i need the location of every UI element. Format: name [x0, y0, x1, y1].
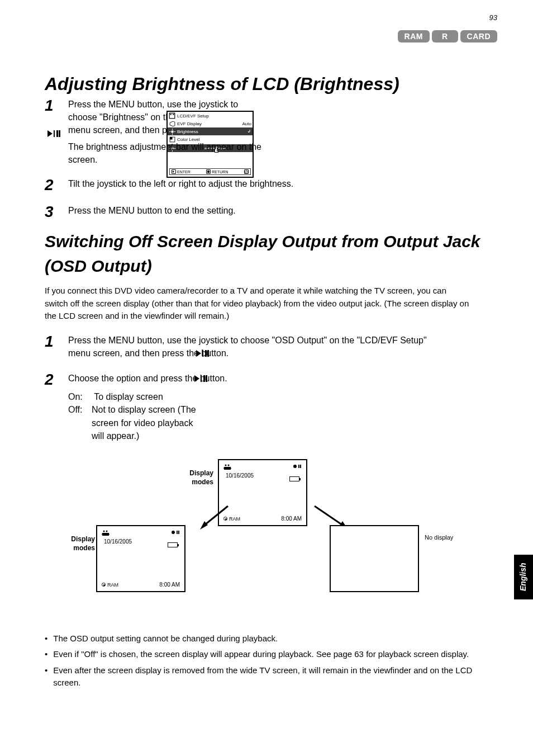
step-body: Tilt the joystick to the left or right t… [68, 177, 502, 193]
osd-diagram: 10/16/2005 RAM 8:00 AM Display modes [45, 459, 502, 610]
step-subtext: The brightness adjustment bar will appea… [68, 140, 291, 166]
svg-marker-19 [47, 130, 53, 137]
svg-rect-49 [177, 531, 178, 534]
svg-rect-21 [59, 130, 60, 137]
badge-card: CARD [460, 30, 497, 42]
svg-rect-25 [205, 350, 207, 357]
option-label: Off: [68, 403, 92, 416]
display-box-off-still-shown: 10/16/2005 RAM 8:00 AM [96, 525, 185, 592]
display-modes-label: Display modes [178, 469, 213, 486]
step-text: Press the MENU button, use the joystick … [68, 100, 238, 109]
section-title: Switching Off Screen Display Output from… [45, 229, 502, 278]
svg-marker-23 [196, 350, 201, 357]
svg-point-48 [172, 531, 175, 534]
intro-paragraph: If you connect this DVD video camera/rec… [45, 285, 469, 323]
svg-marker-15 [173, 171, 174, 173]
svg-point-43 [103, 530, 105, 532]
svg-line-41 [315, 506, 342, 525]
svg-rect-28 [201, 375, 202, 382]
menu-item-value: Auto [242, 121, 253, 126]
arrow-left-icon [194, 503, 234, 525]
step-body: Press the MENU button, use the joystick … [68, 334, 502, 361]
option-text: Not to display screen (The screen for vi… [92, 403, 203, 442]
svg-rect-29 [203, 375, 205, 382]
ram-label: RAM [107, 582, 118, 588]
disc-icon [102, 583, 106, 587]
step-number: 1 [45, 334, 60, 361]
menu-item-label: Brightness [177, 129, 244, 134]
menu-icon [169, 112, 175, 119]
ram-indicator: RAM [102, 582, 118, 588]
footer-return: RETURN [212, 170, 228, 174]
evf-icon [169, 120, 175, 127]
media-badges: RAM R CARD [398, 30, 497, 42]
battery-icon [289, 474, 299, 484]
bullet-icon: • [45, 632, 47, 645]
step-text: Press the MENU button, use the joystick … [68, 336, 427, 345]
play-pause-icon [47, 128, 61, 141]
menu-footer: ENTER RETURN [169, 168, 251, 175]
step-text: Press the MENU button to end the setting… [68, 206, 236, 215]
svg-rect-20 [54, 130, 55, 137]
svg-rect-33 [224, 467, 231, 470]
date-label: 10/16/2005 [104, 538, 132, 545]
bullet-icon: • [45, 648, 47, 661]
menu-header-text: LCD/EVF Setup [177, 114, 253, 119]
note-text: The OSD output setting cannot be changed… [53, 632, 502, 645]
page-title: Adjusting Brightness of LCD (Brightness) [45, 74, 502, 94]
menu-row: EVF Display Auto [168, 120, 253, 127]
svg-rect-16 [207, 171, 210, 173]
svg-marker-35 [231, 467, 231, 469]
badge-r: R [432, 30, 458, 42]
display-box-blank [330, 525, 419, 592]
svg-line-39 [204, 506, 228, 525]
step-2: 2 Tilt the joystick to the left or right… [45, 177, 502, 193]
step-text: Tilt the joystick to the left or right t… [68, 179, 293, 188]
menu-row: LCD/EVF Setup [168, 112, 253, 120]
option-on: On: To display screen [68, 390, 502, 403]
svg-point-2 [173, 114, 174, 115]
osd-step-2: 2 Choose the option and press the button… [45, 372, 502, 442]
list-item: • Even if "Off" is chosen, the screen di… [45, 648, 502, 661]
option-off: Off:Not to display screen (The screen fo… [68, 403, 208, 442]
footer-enter: ENTER [177, 170, 191, 174]
svg-rect-38 [300, 465, 301, 468]
step-3: 3 Press the MENU button to end the setti… [45, 204, 502, 323]
svg-rect-26 [207, 350, 209, 357]
badge-ram: RAM [398, 30, 430, 42]
svg-point-3 [171, 130, 173, 133]
svg-rect-37 [298, 465, 299, 468]
option-label: On: [68, 390, 92, 403]
camera-icon [102, 530, 115, 537]
rec-pause-icon [171, 530, 180, 537]
option-text: To display screen [94, 392, 163, 401]
svg-rect-9 [170, 137, 172, 139]
osd-step-1: 1 Press the MENU button, use the joystic… [45, 334, 502, 361]
svg-marker-46 [102, 533, 102, 535]
svg-marker-47 [109, 533, 110, 535]
svg-point-44 [106, 530, 108, 532]
svg-rect-45 [102, 533, 109, 536]
display-modes-label: Display modes [59, 535, 95, 552]
menu-row-selected: Brightness [168, 127, 253, 135]
svg-rect-22 [56, 130, 58, 137]
list-item: • The OSD output setting cannot be chang… [45, 632, 502, 645]
step-number: 2 [45, 372, 60, 442]
side-tab-language: English [514, 555, 533, 599]
note-text: Even if "Off" is chosen, the screen disp… [53, 648, 502, 661]
time-label: 8:00 AM [159, 582, 180, 588]
svg-rect-50 [178, 531, 179, 534]
date-label: 10/16/2005 [226, 472, 254, 479]
step-number: 2 [45, 177, 60, 193]
svg-point-31 [225, 464, 227, 466]
stop-icon [206, 169, 211, 174]
notes-list: • The OSD output setting cannot be chang… [45, 632, 502, 689]
svg-marker-27 [194, 375, 199, 382]
return-icon [246, 129, 253, 134]
play-pause-icon [172, 169, 176, 174]
svg-point-36 [293, 465, 297, 468]
svg-rect-0 [169, 113, 175, 119]
brightness-icon [169, 128, 175, 135]
svg-line-18 [245, 171, 247, 172]
note-text: Even after the screen display is removed… [53, 664, 502, 689]
